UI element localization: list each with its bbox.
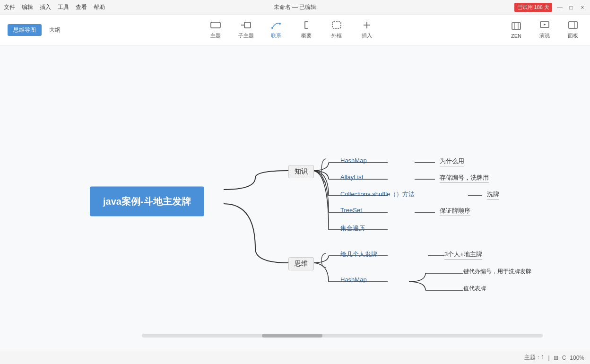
menu-help[interactable]: 帮助 [94, 3, 105, 11]
leaf-arraylist[interactable]: AllayList [340, 173, 363, 181]
leaf-deal[interactable]: 给几个人发牌 [340, 250, 377, 259]
title-bar-right: 已试用 186 天 — □ × [514, 3, 586, 12]
svg-rect-0 [211, 22, 220, 28]
topic-icon [210, 21, 221, 31]
tool-border-label: 外框 [331, 32, 342, 39]
leaf-collections-desc: 洗牌 [487, 190, 499, 199]
doc-title: 未命名 — 已编辑 [274, 3, 317, 11]
tool-relation-label: 联系 [271, 32, 281, 39]
canvas-area[interactable]: java案例-斗地主发牌 知识 思维 HashMap 为什么用 AllayLis… [0, 45, 590, 351]
insert-icon [362, 21, 372, 31]
tab-mindmap[interactable]: 思维导图 [8, 24, 42, 36]
tool-topic[interactable]: 主题 [206, 21, 225, 39]
status-bar: 主题：1 | ⊞ C 100% [0, 351, 590, 364]
tool-zen-label: ZEN [511, 33, 521, 39]
status-icon1: ⊞ [554, 355, 558, 361]
tool-subtopic-label: 子主题 [238, 32, 254, 39]
summary-icon [301, 21, 312, 31]
svg-rect-1 [244, 22, 251, 28]
toolbar-tools: 主题 子主题 联系 概要 外框 [78, 21, 505, 39]
panel-icon [568, 21, 578, 31]
leaf-collections[interactable]: Collections.shuffle（）方法 [340, 190, 415, 199]
tool-insert[interactable]: 插入 [357, 21, 376, 39]
svg-rect-8 [512, 23, 521, 29]
horizontal-scrollbar[interactable] [142, 334, 543, 338]
status-theme: 主题：1 [524, 354, 545, 362]
tool-present[interactable]: 演说 [535, 21, 554, 39]
svg-point-4 [279, 23, 281, 25]
tool-subtopic[interactable]: 子主题 [236, 21, 255, 39]
tool-summary-label: 概要 [301, 32, 312, 39]
subtopic-icon [241, 21, 251, 31]
tool-zen[interactable]: ZEN [507, 22, 526, 39]
leaf-hashmap[interactable]: HashMap [340, 157, 367, 164]
title-bar: 文件 编辑 插入 工具 查看 帮助 未命名 — 已编辑 已试用 186 天 — … [0, 0, 590, 15]
menu-edit[interactable]: 编辑 [22, 3, 33, 11]
trial-badge: 已试用 186 天 [514, 3, 552, 12]
tool-present-label: 演说 [539, 32, 550, 39]
status-zoom: 100% [570, 355, 584, 361]
leaf-hashmap-desc: 为什么用 [440, 157, 464, 166]
tool-summary[interactable]: 概要 [297, 21, 316, 39]
relation-icon [271, 21, 281, 31]
central-node[interactable]: java案例-斗地主发牌 [90, 187, 204, 217]
menu-insert[interactable]: 插入 [40, 3, 51, 11]
tool-topic-label: 主题 [210, 32, 221, 39]
tool-panel[interactable]: 面板 [564, 21, 582, 39]
mindmap-svg [0, 45, 590, 351]
menu-bar[interactable]: 文件 编辑 插入 工具 查看 帮助 [4, 3, 105, 11]
leaf-deal-desc: 3个人+地主牌 [444, 250, 482, 260]
leaf-keycode: 键代办编号，用于洗牌发牌 [463, 268, 531, 276]
leaf-treeset-desc: 保证牌顺序 [440, 207, 470, 216]
toolbar-right-tools: ZEN 演说 面板 [507, 21, 582, 39]
title-bar-left: 文件 编辑 插入 工具 查看 帮助 [4, 3, 105, 11]
svg-marker-12 [544, 24, 546, 26]
svg-point-3 [271, 27, 273, 29]
tool-border[interactable]: 外框 [327, 21, 346, 39]
leaf-arraylist-desc: 存储编号，洗牌用 [440, 173, 489, 183]
leaf-treeset[interactable]: TreeSet [340, 207, 362, 214]
tool-panel-label: 面板 [568, 32, 578, 39]
branch-label-thinking[interactable]: 思维 [288, 257, 314, 270]
leaf-valcard: 值代表牌 [463, 285, 486, 293]
menu-view[interactable]: 查看 [76, 3, 87, 11]
menu-tools[interactable]: 工具 [58, 3, 69, 11]
maximize-button[interactable]: □ [567, 4, 575, 11]
status-divider: | [548, 355, 550, 361]
close-button[interactable]: × [579, 4, 586, 11]
menu-file[interactable]: 文件 [4, 3, 15, 11]
svg-rect-13 [569, 22, 577, 28]
leaf-iteration[interactable]: 集合遍历 [340, 224, 365, 233]
scrollbar-thumb[interactable] [262, 334, 322, 338]
present-icon [539, 21, 550, 31]
tab-outline[interactable]: 大纲 [43, 24, 66, 36]
toolbar: 思维导图 大纲 主题 子主题 联系 概要 [0, 15, 590, 45]
tool-insert-label: 插入 [362, 32, 372, 39]
tool-relation[interactable]: 联系 [267, 21, 286, 39]
svg-rect-5 [332, 22, 341, 28]
border-icon [331, 21, 342, 31]
leaf-hashmap2[interactable]: HashMap [340, 276, 367, 283]
zen-icon [511, 22, 521, 32]
status-icon2: C [562, 355, 566, 361]
branch-label-knowledge[interactable]: 知识 [288, 165, 314, 178]
view-tabs: 思维导图 大纲 [8, 24, 66, 36]
minimize-button[interactable]: — [556, 4, 564, 11]
